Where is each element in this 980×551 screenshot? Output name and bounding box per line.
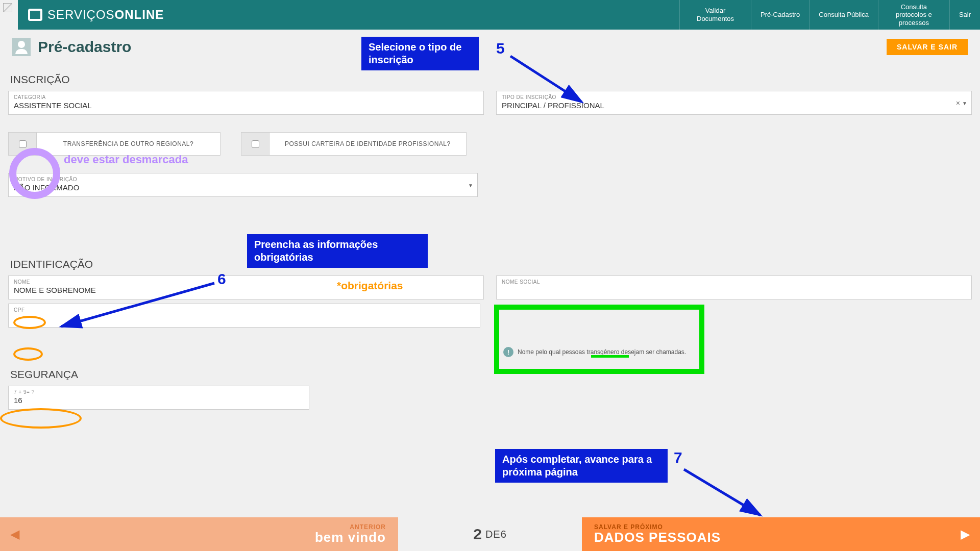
clear-icon[interactable]: × xyxy=(956,99,960,107)
annotation-7-box: Após completar, avance para a próxima pá… xyxy=(495,449,668,483)
annotation-purple-text: deve estar desmarcada xyxy=(64,153,188,166)
annotation-obrigatorias: *obrigatórias xyxy=(337,280,403,292)
nome-social-label: NOME SOCIAL xyxy=(502,279,966,285)
annotation-green-box xyxy=(494,305,704,374)
logo-block: SERVIÇOSONLINE xyxy=(18,0,174,30)
annotation-6-box: Preencha as informações obrigatórias xyxy=(247,234,428,268)
tipo-inscricao-value: PRINCIPAL / PROFISSIONAL xyxy=(502,101,966,111)
nome-social-field[interactable]: NOME SOCIAL xyxy=(496,276,972,299)
carteira-block: POSSUI CARTEIRA DE IDENTIDADE PROFISSION… xyxy=(241,132,467,156)
section-inscricao-title: INSCRIÇÃO xyxy=(10,73,972,86)
motivo-field[interactable]: MOTIVO DE INSCRIÇÃO NÃO INFORMADO ▼ xyxy=(8,173,478,197)
nav-consulta-protocolos[interactable]: Consulta protocolos e processos xyxy=(878,0,949,30)
cpf-label: CPF xyxy=(14,307,475,313)
cpf-field[interactable]: CPF xyxy=(8,304,480,328)
person-icon xyxy=(12,38,31,56)
annotation-6-number: 6 xyxy=(217,270,226,288)
page-title: Pré-cadastro xyxy=(38,38,131,56)
motivo-row: MOTIVO DE INSCRIÇÃO NÃO INFORMADO ▼ xyxy=(8,173,972,197)
title-row: Pré-cadastro SALVAR E SAIR xyxy=(0,30,980,60)
chevron-down-icon[interactable]: ▼ xyxy=(468,182,473,188)
carteira-checkbox-wrap[interactable] xyxy=(241,132,270,156)
annotation-seguranca-ellipse xyxy=(0,408,82,429)
section-identificacao-title: IDENTIFICAÇÃO xyxy=(10,258,972,270)
step-indicator: 2 DE 6 xyxy=(398,517,582,551)
inscricao-row: CATEGORIA ASSISTENTE SOCIAL TIPO DE INSC… xyxy=(8,91,972,115)
annotation-nome-ellipse xyxy=(13,316,46,329)
nav-pre-cadastro[interactable]: Pré-Cadastro xyxy=(751,0,809,30)
motivo-value: NÃO INFORMADO xyxy=(14,183,472,193)
nome-social-value xyxy=(502,286,966,296)
captcha-field[interactable]: 7 + 9= ? 16 xyxy=(8,386,309,410)
brand-right: ONLINE xyxy=(115,8,164,21)
seguranca-row: 7 + 9= ? 16 xyxy=(8,386,972,410)
next-big-label: DADOS PESSOAIS xyxy=(594,530,721,545)
prev-step-button[interactable]: ◀ ANTERIOR bem vindo xyxy=(0,517,398,551)
nome-label: NOME xyxy=(14,279,478,285)
brand-left: SERVIÇOS xyxy=(47,8,115,21)
top-header: SERVIÇOSONLINE Validar Documentos Pré-Ca… xyxy=(18,0,980,30)
annotation-green-underline xyxy=(591,355,629,358)
svg-line-2 xyxy=(684,469,761,515)
captcha-value: 16 xyxy=(14,396,304,406)
nome-value: NOME E SOBRENOME xyxy=(14,286,478,296)
broken-image-icon xyxy=(3,3,12,12)
top-nav: Validar Documentos Pré-Cadastro Consulta… xyxy=(679,0,980,30)
annotation-7-arrow xyxy=(679,464,781,525)
brand-text: SERVIÇOSONLINE xyxy=(47,8,164,22)
step-current: 2 xyxy=(473,525,482,543)
annotation-7-number: 7 xyxy=(674,449,682,466)
step-total: 6 xyxy=(501,529,507,540)
carteira-label: POSSUI CARTEIRA DE IDENTIDADE PROFISSION… xyxy=(270,132,467,156)
form-content: INSCRIÇÃO CATEGORIA ASSISTENTE SOCIAL TI… xyxy=(0,60,980,471)
annotation-purple-circle xyxy=(9,148,60,199)
nome-field[interactable]: NOME NOME E SOBRENOME xyxy=(8,276,484,299)
logo-icon xyxy=(28,9,42,21)
info-note-text: Nome pelo qual pessoas transgênero desej… xyxy=(518,348,686,356)
identificacao-row-2: CPF xyxy=(8,304,972,328)
step-sep: DE xyxy=(485,529,501,540)
prev-big-label: bem vindo xyxy=(315,530,386,545)
bottom-nav: ◀ ANTERIOR bem vindo 2 DE 6 SALVAR E PRÓ… xyxy=(0,517,980,551)
categoria-field[interactable]: CATEGORIA ASSISTENTE SOCIAL xyxy=(8,91,484,115)
chevron-right-icon: ▶ xyxy=(961,527,970,541)
nav-sair[interactable]: Sair xyxy=(949,0,980,30)
annotation-cpf-ellipse xyxy=(13,347,43,361)
chevron-left-icon: ◀ xyxy=(10,527,19,541)
transferencia-label: TRANSFERÊNCIA DE OUTRO REGIONAL? xyxy=(37,132,220,156)
section-seguranca-title: SEGURANÇA xyxy=(10,368,972,381)
annotation-5-box: Selecione o tipo de inscrição xyxy=(361,37,479,70)
chevron-down-icon[interactable]: ▼ xyxy=(962,100,967,106)
annotation-5-number: 5 xyxy=(496,40,505,57)
transferencia-checkbox[interactable] xyxy=(19,140,27,148)
tipo-inscricao-field[interactable]: TIPO DE INSCRIÇÃO PRINCIPAL / PROFISSION… xyxy=(496,91,972,115)
categoria-value: ASSISTENTE SOCIAL xyxy=(14,101,478,111)
nav-validar-documentos[interactable]: Validar Documentos xyxy=(679,0,751,30)
captcha-label: 7 + 9= ? xyxy=(14,389,304,395)
identificacao-row-1: NOME NOME E SOBRENOME NOME SOCIAL xyxy=(8,276,972,299)
tipo-inscricao-label: TIPO DE INSCRIÇÃO xyxy=(502,94,966,100)
cpf-value xyxy=(14,314,475,324)
next-step-button[interactable]: SALVAR E PRÓXIMO DADOS PESSOAIS ▶ xyxy=(582,517,980,551)
categoria-label: CATEGORIA xyxy=(14,94,478,100)
carteira-checkbox[interactable] xyxy=(252,140,259,148)
checkbox-row: TRANSFERÊNCIA DE OUTRO REGIONAL? POSSUI … xyxy=(8,132,972,156)
save-and-exit-button[interactable]: SALVAR E SAIR xyxy=(887,39,968,55)
nav-consulta-publica[interactable]: Consulta Pública xyxy=(809,0,878,30)
motivo-label: MOTIVO DE INSCRIÇÃO xyxy=(14,177,472,182)
info-icon: ! xyxy=(503,347,513,357)
